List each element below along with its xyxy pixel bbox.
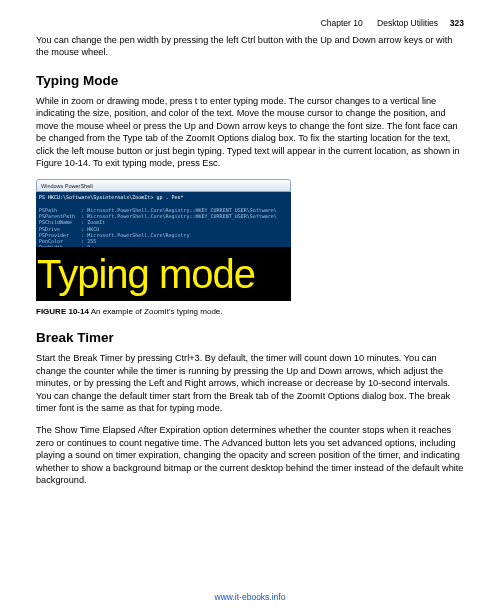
- figure-caption-text: An example of ZoomIt's typing mode.: [91, 307, 223, 316]
- page-header: Chapter 10 Desktop Utilities 323: [36, 18, 464, 28]
- break-timer-heading: Break Timer: [36, 330, 464, 345]
- console-output: PSPath : Microsoft.PowerShell.Core\Regis…: [39, 207, 277, 248]
- page-footer: www.it-ebooks.info: [0, 592, 500, 602]
- figure-10-14: Windows PowerShell PS HKCU:\Software\Sys…: [36, 179, 291, 301]
- console-prompt: PS HKCU:\Software\Sysinternals\ZoomIt> g…: [39, 194, 184, 200]
- chapter-label: Chapter 10: [321, 18, 363, 28]
- footer-link[interactable]: www.it-ebooks.info: [215, 592, 286, 602]
- intro-paragraph: You can change the pen width by pressing…: [36, 34, 464, 59]
- section-label: Desktop Utilities: [377, 18, 438, 28]
- typing-mode-overlay: Typing mode: [36, 247, 291, 301]
- break-timer-para-2: The Show Time Elapsed After Expiration o…: [36, 424, 464, 486]
- page-number: 323: [450, 18, 464, 28]
- figure-caption: FIGURE 10-14 An example of ZoomIt's typi…: [36, 307, 464, 316]
- typing-mode-paragraph: While in zoom or drawing mode, press t t…: [36, 95, 464, 170]
- powershell-console: PS HKCU:\Software\Sysinternals\ZoomIt> g…: [36, 192, 291, 247]
- window-titlebar: Windows PowerShell: [36, 179, 291, 192]
- figure-label: FIGURE 10-14: [36, 307, 89, 316]
- break-timer-para-1: Start the Break Timer by pressing Ctrl+3…: [36, 352, 464, 414]
- typing-mode-heading: Typing Mode: [36, 73, 464, 88]
